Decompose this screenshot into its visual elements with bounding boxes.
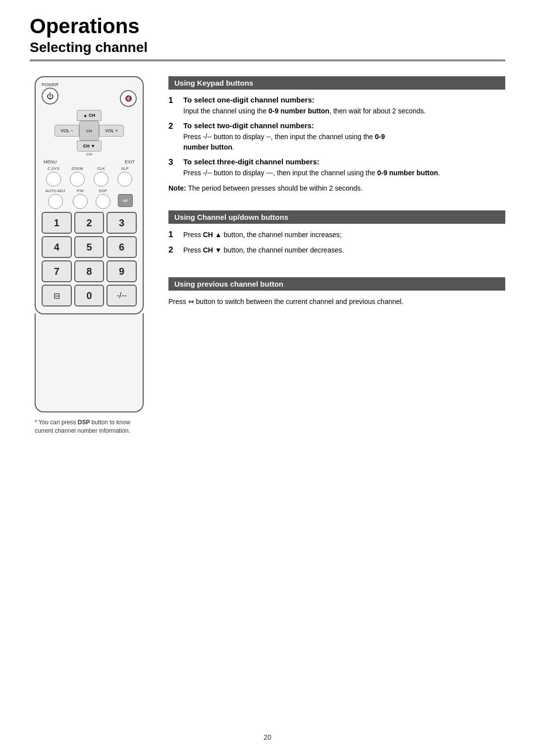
ch-bottom-label: CH: [86, 152, 92, 156]
prev-ch-label-top: [125, 189, 126, 193]
key-dash[interactable]: -/--: [107, 285, 137, 306]
csys-button[interactable]: [46, 172, 61, 187]
auto-adj-button[interactable]: [48, 194, 63, 209]
clk-button[interactable]: [94, 172, 108, 187]
ch-updown-item-1-number: 1: [168, 230, 178, 240]
slp-group: SLP: [117, 166, 132, 187]
keypad-item-2-number: 2: [168, 121, 178, 152]
pm-group: P.M: [73, 189, 88, 209]
dsp-group: DSP: [96, 189, 110, 209]
key-3[interactable]: 3: [107, 212, 137, 234]
k1-bold: 0-9 number button: [268, 107, 329, 115]
key-9[interactable]: 9: [107, 260, 137, 282]
key-7[interactable]: 7: [42, 260, 72, 282]
auto-adj-label: AUTO.ADJ: [46, 189, 65, 193]
zoom-label: ZOOM: [71, 166, 83, 171]
prev-ch-icon: ⇔: [123, 197, 128, 204]
ch-vol-block: ▲ CH VOL − CH VOL + CH ▼: [42, 110, 137, 156]
keypad-section: Using Keypad buttons 1 To select one-dig…: [168, 76, 505, 194]
keypad-item-3-title: To select three-digit channel numbers:: [183, 157, 505, 166]
key-4[interactable]: 4: [42, 236, 72, 258]
prev-ch-section: Using previous channel button Press ⇔ bu…: [168, 277, 505, 307]
cu2-body1: Press: [183, 246, 203, 254]
csys-group: C.SYS: [46, 166, 61, 187]
cu1-body1: Press: [183, 231, 203, 239]
clk-group: CLK: [94, 166, 108, 187]
page-header: Operations Selecting channel: [0, 0, 535, 55]
cu2-bold1: CH ▼: [203, 246, 222, 254]
footnote-text1: * You can press: [35, 419, 78, 426]
note-label: Note:: [168, 184, 186, 192]
ch-label-text: CH: [86, 152, 92, 156]
zoom-button[interactable]: [70, 172, 85, 187]
menu-label: MENU: [44, 159, 57, 164]
keypad-item-3-content: To select three-digit channel numbers: P…: [183, 157, 505, 178]
csys-label: C.SYS: [48, 166, 59, 171]
k3-body3: .: [438, 169, 440, 177]
ch-center-label: CH: [86, 129, 92, 133]
cu1-body2: button, the channel number increases;: [222, 231, 342, 239]
k3-bold2: 9 number button: [383, 169, 438, 177]
keypad-item-1-body: Input the channel using the 0-9 number b…: [183, 106, 505, 116]
key-6[interactable]: 6: [107, 236, 137, 258]
remote-column: POWER ⏻ 🔇 ▲ CH VOL −: [30, 76, 149, 435]
dsp-button[interactable]: [96, 194, 110, 209]
note-body: The period between presses should be wit…: [186, 184, 363, 192]
key-8[interactable]: 8: [74, 260, 105, 282]
vol-minus-button[interactable]: VOL −: [54, 125, 79, 137]
k1-body2: , then wait for about 2 seconds.: [329, 107, 426, 115]
clk-label: CLK: [97, 166, 105, 171]
vol-label-right: VOL +: [105, 128, 117, 133]
key-1[interactable]: 1: [42, 212, 72, 234]
ch-center: CH: [79, 121, 99, 141]
menu-exit-row: MENU EXIT: [44, 159, 135, 164]
auto-adj-row: AUTO.ADJ P.M DSP ⇔: [42, 189, 137, 209]
mid-row: VOL − CH VOL +: [54, 121, 124, 141]
vol-label-left: VOL −: [60, 128, 73, 133]
ch-up-button[interactable]: ▲ CH: [77, 110, 102, 121]
ch-updown-item-2-content: Press CH ▼ button, the channel number de…: [183, 245, 505, 255]
ch-down-label: CH ▼: [83, 144, 95, 149]
vol-plus-button[interactable]: VOL +: [99, 125, 124, 137]
ch-updown-item-1-body: Press CH ▲ button, the channel number in…: [183, 230, 505, 240]
zoom-group: ZOOM: [70, 166, 85, 187]
remote-top-row: POWER ⏻ 🔇: [42, 82, 137, 107]
ch-updown-section: Using Channel up/down buttons 1 Press CH…: [168, 210, 505, 260]
key-prev-ch[interactable]: ⊟: [42, 285, 72, 306]
page-subtitle: Selecting channel: [30, 40, 505, 55]
pm-button[interactable]: [73, 194, 88, 209]
prev-ch-body: Press ⇔ button to switch between the cur…: [168, 297, 505, 307]
ch-updown-item-2: 2 Press CH ▼ button, the channel number …: [168, 245, 505, 255]
cu1-bold1: CH ▲: [203, 231, 222, 239]
header-rule: [30, 59, 505, 61]
key-0[interactable]: 0: [74, 285, 105, 306]
k3-bold1: 0-: [377, 169, 383, 177]
ch-down-button[interactable]: CH ▼: [77, 141, 102, 151]
k2-body1: Press -/-- button to display --, then in…: [183, 133, 375, 141]
prev-ch-button[interactable]: ⇔: [118, 194, 133, 207]
page-number: 20: [264, 733, 271, 741]
keypad-item-1-content: To select one-digit channel numbers: Inp…: [183, 96, 505, 116]
prev-ch-section-header: Using previous channel button: [168, 277, 505, 291]
keypad-item-1-number: 1: [168, 96, 178, 116]
keypad-item-2-title: To select two-digit channel numbers:: [183, 121, 505, 130]
key-2[interactable]: 2: [74, 212, 105, 234]
ch-updown-item-2-body: Press CH ▼ button, the channel number de…: [183, 245, 505, 255]
k1-body1: Input the channel using the: [183, 107, 268, 115]
prev-ch-key-icon: ⊟: [54, 291, 60, 301]
slp-label: SLP: [121, 166, 128, 171]
key-bottom-row: ⊟ 0 -/--: [42, 285, 137, 306]
power-label: POWER: [42, 82, 58, 87]
slp-button[interactable]: [117, 172, 132, 187]
dsp-label: DSP: [99, 189, 107, 193]
ch-up-label: ▲ CH: [83, 113, 95, 118]
keypad-item-3: 3 To select three-digit channel numbers:…: [168, 157, 505, 178]
mute-button[interactable]: 🔇: [120, 90, 137, 107]
remote-control: POWER ⏻ 🔇 ▲ CH VOL −: [35, 76, 144, 314]
power-icon: ⏻: [47, 92, 54, 100]
power-button[interactable]: ⏻: [42, 88, 58, 104]
key-5[interactable]: 5: [74, 236, 105, 258]
ch-updown-item-1-content: Press CH ▲ button, the channel number in…: [183, 230, 505, 240]
keypad-item-2: 2 To select two-digit channel numbers: P…: [168, 121, 505, 152]
k2-bold1: 0-9: [375, 133, 385, 141]
